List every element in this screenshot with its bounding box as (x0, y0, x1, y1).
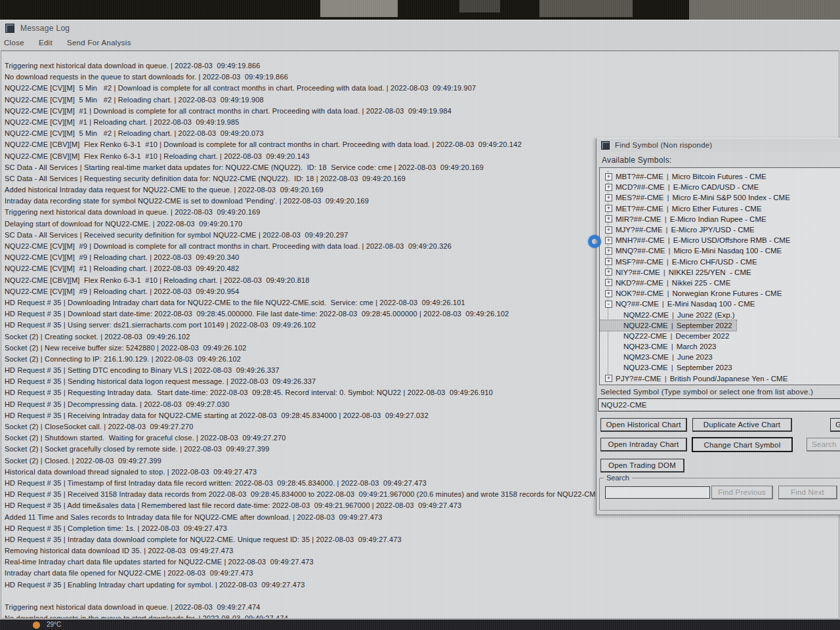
symbol-code: MES?##-CME (616, 194, 664, 201)
symbol-description: Micro E-Mini S&P 500 Index - CME (673, 194, 790, 201)
selected-symbol-input[interactable] (598, 398, 840, 411)
symbol-separator: | (671, 364, 673, 371)
menu-bar: Close Edit Send For Analysis (0, 36, 131, 49)
change-chart-symbol-button[interactable]: Change Chart Symbol (692, 437, 793, 452)
symbol-row[interactable]: NQM23-CME | June 2023 (600, 352, 840, 362)
open-trading-dom-button[interactable]: Open Trading DOM (600, 459, 684, 472)
duplicate-active-chart-button[interactable]: Duplicate Active Chart (692, 418, 792, 432)
symbol-description: NIKKEI 225/YEN - CME (669, 268, 751, 276)
log-line: NQU22-CME [CV][M] 5 Min #2 | Reloading c… (5, 94, 839, 106)
menu-close[interactable]: Close (4, 39, 24, 47)
symbol-row[interactable]: NQM22-CME | June 2022 (Exp.) (600, 309, 840, 320)
log-line (5, 591, 839, 602)
tree-expander-icon[interactable]: + (605, 194, 612, 201)
symbol-row[interactable]: + MET?##-CME | Micro Ether Futures - CME (600, 203, 840, 214)
symbol-code: NQM23-CME (623, 353, 669, 361)
symbol-separator: | (667, 205, 669, 213)
tree-expander-icon[interactable]: + (605, 268, 612, 276)
log-line: NQU22-CME [CV][M] 5 Min #2 | Download is… (5, 83, 839, 94)
symbol-separator: | (667, 258, 669, 266)
symbol-description: Micro Bitcoin Futures - CME (672, 173, 766, 180)
tree-expander-icon[interactable]: + (605, 290, 612, 297)
symbol-code: MET?##-CME (616, 205, 663, 213)
symbol-row[interactable]: + MNQ?##-CME | Micro E-Mini Nasdaq 100 -… (600, 245, 840, 256)
tree-expander-icon[interactable]: + (605, 205, 612, 212)
symbol-description: June 2023 (677, 353, 713, 361)
symbol-row[interactable]: + MES?##-CME | Micro E-Mini S&P 500 Inde… (600, 192, 840, 203)
tree-expander-icon[interactable]: - (605, 301, 612, 308)
log-line: NQU22-CME [CV][M] #1 | Reloading chart. … (5, 117, 839, 128)
find-next-button[interactable]: Find Next (778, 486, 837, 499)
graph-button-clipped[interactable]: G (830, 418, 840, 432)
symbol-code: MIR?##-CME (616, 215, 662, 223)
symbol-description: Micro Ether Futures - CME (672, 205, 762, 213)
symbol-row[interactable]: + NKD?##-CME | Nikkei 225 - CME (600, 278, 840, 288)
symbol-row[interactable]: + MNH?##-CME | E-Micro USD/Offshore RMB … (600, 235, 840, 245)
symbol-description: E-Micro JPY/USD - CME (671, 226, 755, 234)
symbol-row[interactable]: + NIY?##-CME | NIKKEI 225/YEN - CME (600, 267, 840, 278)
symbol-separator: | (665, 375, 667, 383)
search-input[interactable] (605, 486, 710, 499)
menu-send-for-analysis[interactable]: Send For Analysis (67, 39, 131, 47)
log-line: Triggering next historical data download… (5, 602, 839, 613)
symbol-description: June 2022 (Exp.) (677, 311, 735, 319)
tree-expander-icon[interactable]: + (605, 258, 612, 265)
symbol-code: NQ?##-CME (616, 300, 659, 308)
symbol-description: March 2023 (677, 343, 717, 350)
symbol-row[interactable]: NQZ22-CME | December 2022 (600, 331, 840, 341)
dialog-title-bar[interactable]: Find Symbol (Non risponde) (597, 138, 840, 152)
symbol-row[interactable]: + PJY?##-CME | British Pound/Japanese Ye… (600, 373, 840, 384)
symbol-row[interactable]: + MCD?##-CME | E-Micro CAD/USD - CME (600, 182, 840, 192)
symbol-row[interactable]: + MJY?##-CME | E-Micro JPY/USD - CME (600, 224, 840, 235)
symbol-separator: | (671, 343, 673, 350)
open-historical-chart-button[interactable]: Open Historical Chart (600, 418, 687, 432)
tree-expander-icon[interactable]: + (605, 173, 612, 180)
tree-expander-icon[interactable]: + (605, 184, 612, 191)
symbol-row[interactable]: + MBT?##-CME | Micro Bitcoin Futures - C… (600, 171, 840, 182)
log-line: HD Request # 35 | Completion time: 1s. |… (5, 523, 839, 534)
symbol-description: December 2022 (675, 332, 729, 340)
symbol-code: MCD?##-CME (616, 183, 665, 191)
search-button[interactable]: Search (807, 438, 840, 452)
symbol-row[interactable]: + MIR?##-CME | E-Micro Indian Rupee - CM… (600, 214, 840, 224)
symbol-code: MNQ?##-CME (616, 247, 665, 255)
symbol-list[interactable]: + MBT?##-CME | Micro Bitcoin Futures - C… (599, 167, 840, 385)
find-symbol-dialog: Find Symbol (Non risponde) Available Sym… (596, 138, 840, 515)
symbol-row[interactable]: NQU23-CME | September 2023 (600, 362, 840, 373)
symbol-description: Norwegian Krone Futures - CME (673, 289, 782, 297)
bezel-reflection (689, 0, 840, 20)
tree-expander-icon[interactable]: + (605, 215, 612, 222)
log-line: Removing historical data download ID 35.… (5, 545, 839, 556)
symbol-separator: | (668, 183, 670, 191)
symbol-separator: | (667, 173, 669, 180)
open-intraday-chart-button[interactable]: Open Intraday Chart (600, 438, 687, 452)
tree-expander-icon[interactable]: + (605, 279, 612, 286)
dialog-title: Find Symbol (Non risponde) (615, 141, 712, 149)
log-line: Real-time Intraday chart data file updat… (5, 556, 839, 568)
tree-expander-icon[interactable]: + (605, 247, 612, 255)
tree-expander-icon[interactable]: + (605, 226, 612, 234)
symbol-code: NQZ22-CME (623, 332, 667, 340)
symbol-separator: | (671, 322, 673, 329)
symbol-row[interactable]: + MSF?##-CME | E-Micro CHF/USD - CME (600, 257, 840, 267)
symbol-row[interactable]: NQU22-CME | September 2022 (600, 320, 736, 331)
tree-expander-icon[interactable]: + (605, 375, 612, 382)
symbol-description: British Pound/Japanese Yen - CME (670, 375, 788, 383)
symbol-description: Micro E-Mini Nasdaq 100 - CME (673, 247, 782, 255)
log-line: HD Request # 35 | Intraday data download… (5, 534, 839, 545)
symbol-row[interactable]: NQH23-CME | March 2023 (600, 341, 840, 352)
menu-edit[interactable]: Edit (39, 39, 52, 47)
weather-widget[interactable]: 29°C (33, 621, 61, 629)
symbol-description: September 2022 (677, 322, 732, 329)
symbol-separator: | (668, 236, 670, 244)
symbol-code: MNH?##-CME (616, 236, 665, 244)
symbol-code: NKD?##-CME (616, 279, 663, 287)
find-previous-button[interactable]: Find Previous (711, 486, 773, 499)
symbol-row[interactable]: + NOK?##-CME | Norwegian Krone Futures -… (600, 288, 840, 299)
log-line: No download requests in the queue to sta… (5, 613, 839, 619)
symbol-separator: | (670, 332, 672, 340)
symbol-code: NQH23-CME (623, 343, 668, 350)
symbol-row[interactable]: - NQ?##-CME | E-Mini Nasdaq 100 - CME (600, 299, 840, 309)
tree-expander-icon[interactable]: + (605, 237, 612, 244)
symbol-description: E-Micro USD/Offshore RMB - CME (673, 236, 791, 244)
